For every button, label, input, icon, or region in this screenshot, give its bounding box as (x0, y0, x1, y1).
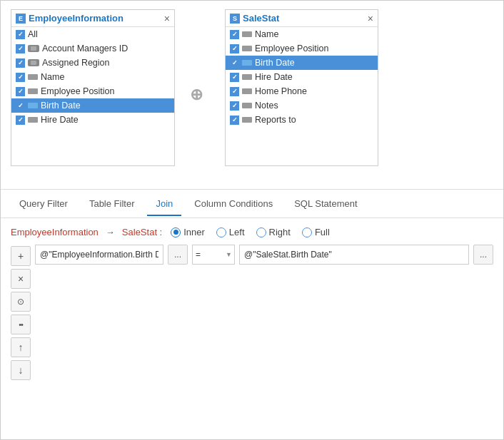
left-table-box: E EmployeeInformation × All Account Mana… (11, 9, 175, 166)
conditions-area: + × ⊙ •• ↑ ↓ ... = != (11, 245, 493, 380)
dash-icon (28, 117, 38, 123)
action-buttons: + × ⊙ •• ↑ ↓ (11, 246, 31, 380)
radio-inner[interactable]: Inner (171, 227, 205, 237)
radio-inner-circle (171, 227, 181, 237)
left-field-input[interactable] (35, 245, 163, 265)
tab-query-filter[interactable]: Query Filter (11, 191, 76, 216)
move-down-button[interactable]: ↓ (11, 360, 31, 380)
radio-group: Inner Left Right Full (171, 227, 330, 237)
row-label: Hire Date (255, 72, 293, 82)
tables-panel: E EmployeeInformation × All Account Mana… (1, 1, 503, 190)
radio-right-circle (256, 227, 266, 237)
table-row[interactable]: Hire Date (226, 70, 378, 84)
checkbox-region[interactable] (16, 58, 25, 68)
checkbox-all[interactable] (16, 30, 25, 39)
condition-row: ... = != < > <= >= ... (35, 245, 493, 265)
tab-sql-statement[interactable]: SQL Statement (286, 191, 366, 216)
right-field-input[interactable] (239, 245, 469, 265)
right-table-icon: S (230, 14, 240, 24)
left-table-icon: E (16, 14, 26, 24)
right-table-name: SaleStat (243, 13, 279, 24)
copy-condition-button[interactable]: ⊙ (11, 292, 31, 312)
dash-icon (242, 117, 252, 123)
checkbox-r-hiredate[interactable] (230, 73, 239, 82)
add-condition-button[interactable]: + (11, 246, 31, 266)
table-row[interactable]: Name (11, 70, 174, 84)
row-label: Notes (255, 101, 278, 111)
checkbox-birthdate[interactable] (16, 101, 25, 111)
conditions-list: ... = != < > <= >= ... (35, 245, 493, 380)
table-row[interactable]: Home Phone (226, 84, 378, 98)
remove-condition-button[interactable]: × (11, 269, 31, 289)
table-row[interactable]: Name (226, 27, 378, 41)
table-row[interactable]: All (11, 27, 174, 41)
checkbox-r-emppos[interactable] (230, 44, 239, 53)
operator-select[interactable]: = != < > <= >= (192, 245, 235, 265)
tab-join[interactable]: Join (147, 191, 181, 216)
radio-left-circle (216, 227, 226, 237)
row-label: Employee Position (255, 44, 329, 53)
row-label: Name (255, 29, 278, 39)
table-row-selected[interactable]: Birth Date (11, 98, 174, 113)
radio-left[interactable]: Left (216, 227, 245, 237)
left-field-dots-button[interactable]: ... (168, 245, 188, 265)
key-icon (28, 59, 39, 66)
right-table-header: S SaleStat × (226, 10, 378, 27)
checkbox-r-birthdate[interactable] (230, 58, 239, 68)
left-table-name: EmployeeInformation (29, 13, 124, 24)
join-connector: ⊕ (175, 86, 218, 104)
table-row[interactable]: Hire Date (11, 113, 174, 127)
checkbox-r-name[interactable] (230, 30, 239, 39)
checkbox-hiredate[interactable] (16, 116, 25, 125)
right-field-dots-button[interactable]: ... (473, 245, 493, 265)
radio-full-circle (302, 227, 312, 237)
dash-icon (242, 31, 252, 37)
dots-condition-button[interactable]: •• (11, 314, 31, 334)
dash-icon (28, 103, 38, 108)
radio-full-label: Full (315, 227, 330, 237)
table-row[interactable]: Employee Position (226, 41, 378, 56)
right-table-body: Name Employee Position Birth Date Hire D… (226, 27, 378, 165)
table-row[interactable]: Assigned Region (11, 56, 174, 70)
radio-full[interactable]: Full (302, 227, 330, 237)
row-label: Reports to (255, 115, 296, 125)
join-type-row: EmployeeInformation → SaleStat : Inner L… (11, 227, 493, 237)
radio-right-label: Right (269, 227, 291, 237)
radio-right[interactable]: Right (256, 227, 291, 237)
tab-column-conditions[interactable]: Column Conditions (186, 191, 281, 216)
checkbox-name[interactable] (16, 73, 25, 82)
right-table-close-button[interactable]: × (368, 14, 373, 24)
checkbox-emppos[interactable] (16, 87, 25, 96)
dash-icon (242, 46, 252, 51)
table-row-selected[interactable]: Birth Date (226, 56, 378, 70)
join-content: EmployeeInformation → SaleStat : Inner L… (1, 218, 503, 439)
join-tables-label: EmployeeInformation → SaleStat : (11, 227, 162, 237)
dash-icon (242, 103, 252, 108)
row-label: Assigned Region (42, 58, 110, 68)
checkbox-r-notes[interactable] (230, 101, 239, 111)
dash-icon (242, 74, 252, 80)
radio-left-label: Left (229, 227, 245, 237)
left-table-close-button[interactable]: × (164, 14, 170, 24)
connector-symbol: ⊕ (190, 86, 203, 104)
table-row[interactable]: Account Managers ID (11, 41, 174, 56)
row-label: All (28, 29, 38, 39)
tab-table-filter[interactable]: Table Filter (81, 191, 143, 216)
join-arrow: → (106, 227, 115, 237)
operator-select-wrapper: = != < > <= >= (192, 245, 235, 265)
row-label: Hire Date (41, 115, 79, 125)
checkbox-r-homephone[interactable] (230, 87, 239, 96)
key-icon (28, 45, 39, 52)
move-up-button[interactable]: ↑ (11, 337, 31, 357)
dash-icon (242, 60, 252, 66)
table-row[interactable]: Reports to (226, 113, 378, 127)
table-row[interactable]: Employee Position (11, 84, 174, 98)
row-label: Birth Date (41, 101, 81, 111)
checkbox-r-reportsto[interactable] (230, 116, 239, 125)
row-label: Employee Position (41, 86, 115, 96)
row-label: Account Managers ID (42, 44, 128, 53)
table-row[interactable]: Notes (226, 98, 378, 113)
left-table-header: E EmployeeInformation × (11, 10, 174, 27)
checkbox-acctmgr[interactable] (16, 44, 25, 53)
dash-icon (28, 88, 38, 94)
